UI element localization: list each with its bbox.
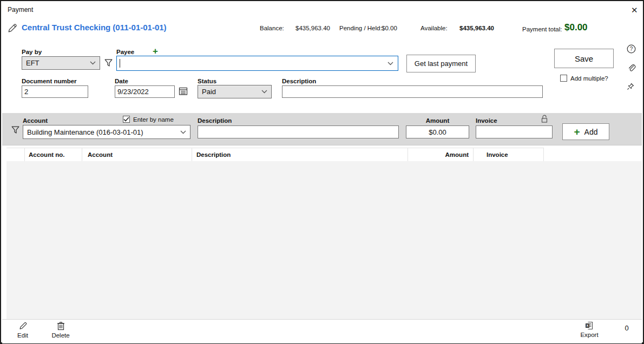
- pushpin-icon[interactable]: [626, 82, 635, 91]
- document-number-input[interactable]: [22, 85, 88, 98]
- payee-combobox[interactable]: [116, 56, 398, 71]
- status-value: Paid: [202, 88, 216, 96]
- add-payee-icon[interactable]: +: [153, 46, 158, 57]
- chevron-down-icon: [261, 90, 267, 94]
- payment-total-label: Payment total:: [522, 26, 562, 32]
- pending-held-label: Pending / Held:: [339, 25, 382, 31]
- entry-account-value: Building Maintenance (016-03-01-01): [27, 128, 143, 136]
- entry-description-label: Description: [198, 117, 232, 124]
- get-last-payment-button[interactable]: Get last payment: [406, 55, 476, 72]
- date-input[interactable]: [115, 85, 175, 98]
- calendar-icon[interactable]: [179, 87, 188, 96]
- payee-label: Payee: [116, 49, 134, 55]
- description-label: Description: [282, 78, 316, 84]
- status-label: Status: [198, 78, 216, 84]
- export-label: Export: [580, 332, 598, 338]
- entry-account-combobox[interactable]: Building Maintenance (016-03-01-01): [23, 125, 190, 139]
- payment-total-value: $0.00: [564, 22, 588, 33]
- available-label: Available:: [420, 25, 448, 31]
- edit-label: Edit: [17, 332, 28, 339]
- add-line-button[interactable]: + Add: [562, 123, 609, 140]
- date-label: Date: [115, 78, 128, 84]
- add-line-label: Add: [584, 128, 598, 136]
- enter-by-name-checkbox[interactable]: [123, 116, 130, 123]
- edit-account-icon[interactable]: [7, 23, 18, 34]
- pay-by-value: EFT: [26, 59, 40, 67]
- balance-value: $435,963.40: [295, 25, 330, 31]
- svg-text:?: ?: [630, 46, 633, 52]
- text-caret: [120, 59, 120, 68]
- entry-description-input[interactable]: [198, 125, 399, 138]
- account-filter-icon[interactable]: [11, 125, 20, 135]
- chevron-down-icon: [387, 62, 393, 65]
- entry-amount-label: Amount: [406, 117, 469, 124]
- save-button[interactable]: Save: [554, 49, 614, 68]
- grid-header-account[interactable]: Account: [82, 148, 192, 161]
- available-value: $435,963.40: [459, 25, 494, 31]
- excel-export-icon: x: [585, 321, 594, 330]
- entry-account-label: Account: [23, 117, 48, 124]
- pay-by-select[interactable]: EFT: [22, 56, 100, 70]
- trash-icon: [57, 321, 65, 330]
- payee-filter-icon[interactable]: [104, 58, 113, 68]
- account-title: Central Trust Checking (011-01-01-01): [22, 23, 167, 32]
- svg-text:x: x: [587, 323, 589, 327]
- close-icon[interactable]: ✕: [628, 4, 641, 16]
- grid-header-invoice[interactable]: Invoice: [474, 148, 544, 161]
- grid-header-account-no[interactable]: Account no.: [25, 148, 82, 161]
- pencil-icon: [18, 321, 28, 330]
- delete-button[interactable]: Delete: [50, 321, 71, 339]
- grid-header-description[interactable]: Description: [192, 148, 408, 161]
- chevron-down-icon: [90, 61, 96, 65]
- entry-invoice-input[interactable]: [476, 125, 553, 138]
- entry-invoice-label: Invoice: [476, 117, 497, 124]
- document-number-label: Document number: [22, 78, 77, 84]
- chevron-down-icon: [180, 130, 186, 134]
- row-count: 0: [620, 324, 633, 332]
- help-icon[interactable]: ?: [627, 44, 636, 54]
- plus-icon: +: [574, 127, 580, 137]
- pay-by-label: Pay by: [22, 49, 42, 55]
- edit-button[interactable]: Edit: [14, 321, 31, 339]
- payment-window: Payment ✕ Central Trust Checking (011-01…: [0, 0, 644, 344]
- delete-label: Delete: [51, 332, 69, 339]
- balance-label: Balance:: [260, 25, 284, 31]
- grid-header-amount[interactable]: Amount: [408, 148, 474, 161]
- lock-open-icon[interactable]: [540, 114, 549, 123]
- description-input[interactable]: [282, 85, 543, 98]
- add-multiple-checkbox[interactable]: [560, 75, 567, 82]
- enter-by-name-label: Enter by name: [133, 116, 174, 123]
- grid-body[interactable]: [6, 161, 642, 319]
- window-title: Payment: [8, 6, 33, 14]
- entry-amount-input[interactable]: [406, 125, 469, 138]
- export-button[interactable]: x Export: [578, 321, 601, 338]
- add-multiple-label: Add multiple?: [570, 75, 608, 82]
- bottom-toolbar: [2, 319, 642, 343]
- status-select[interactable]: Paid: [198, 85, 272, 98]
- grid-header-selector: [6, 148, 25, 161]
- pending-held-value: $0.00: [382, 25, 397, 31]
- paperclip-icon[interactable]: [627, 63, 636, 72]
